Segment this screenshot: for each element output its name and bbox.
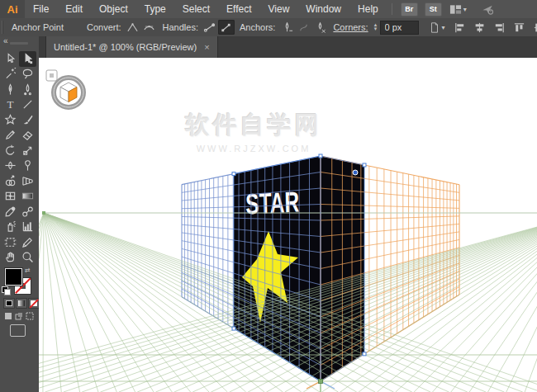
- document-setup-button[interactable]: ▾: [429, 20, 445, 35]
- tool-gradient[interactable]: [19, 189, 36, 205]
- align-right-button[interactable]: [492, 20, 508, 35]
- tool-lasso[interactable]: [19, 67, 36, 83]
- tool-hand[interactable]: [2, 250, 19, 266]
- tool-pen[interactable]: [2, 82, 19, 97]
- tool-eraser[interactable]: [19, 128, 36, 144]
- anchor-curve-button[interactable]: [295, 20, 311, 35]
- chevron-down-icon: ▾: [463, 6, 467, 13]
- left-vanishing-point[interactable]: [42, 211, 45, 215]
- tool-zoom[interactable]: [19, 250, 36, 266]
- active-plane-cube[interactable]: [60, 83, 77, 102]
- panel-grip[interactable]: [2, 21, 3, 34]
- tool-artboard[interactable]: [2, 234, 19, 250]
- document-tab[interactable]: Untitled-1* @ 100% (RGB/Preview) ×: [45, 36, 218, 58]
- tool-scale[interactable]: [19, 143, 36, 158]
- collapse-panel-button[interactable]: «: [3, 36, 7, 45]
- align-left-button[interactable]: [452, 20, 468, 35]
- tool-shaper[interactable]: [2, 128, 19, 144]
- menu-item-edit[interactable]: Edit: [57, 0, 91, 18]
- grid-line: [44, 213, 61, 392]
- tool-shape-builder[interactable]: [2, 173, 19, 189]
- corners-stepper[interactable]: ▲▼: [373, 23, 378, 31]
- ground-origin-handle[interactable]: [319, 380, 323, 384]
- tool-star[interactable]: [2, 112, 19, 128]
- illustrator-window: Ai FileEditObjectTypeSelectEffectViewWin…: [0, 0, 537, 392]
- menu-item-view[interactable]: View: [260, 0, 298, 18]
- tool-symbol-sprayer[interactable]: [2, 220, 19, 235]
- tool-mesh[interactable]: [2, 189, 19, 205]
- anchor-point-handle[interactable]: [363, 352, 366, 356]
- default-fill-stroke-icon[interactable]: [2, 286, 9, 294]
- badge-st[interactable]: St: [425, 2, 442, 17]
- tool-type[interactable]: T: [2, 97, 19, 113]
- plane-switching-widget[interactable]: [45, 69, 88, 112]
- corners-link[interactable]: Corners:: [333, 22, 368, 32]
- draw-normal-button[interactable]: [3, 311, 12, 320]
- handles-show-button[interactable]: [202, 20, 218, 35]
- tool-direct-selection[interactable]: [19, 51, 36, 67]
- swap-fill-stroke-icon[interactable]: ⇄: [25, 267, 31, 274]
- tool-paintbrush[interactable]: [19, 112, 36, 128]
- tools-panel: « T ⇄: [0, 36, 40, 392]
- tool-perspective-grid[interactable]: [19, 173, 36, 189]
- smart-guide-dot: [353, 170, 358, 175]
- handles-hide-button[interactable]: [218, 20, 235, 35]
- anchor-point-handle[interactable]: [232, 172, 235, 176]
- tool-rotate[interactable]: [2, 143, 19, 158]
- align-v-center-button[interactable]: [531, 20, 537, 35]
- workspace-switcher-icon[interactable]: ▾: [449, 3, 467, 16]
- anchor-point-handle[interactable]: [363, 163, 366, 167]
- tool-width[interactable]: [2, 158, 19, 174]
- menu-item-type[interactable]: Type: [136, 0, 174, 18]
- anchor-cut-button[interactable]: [311, 20, 328, 35]
- draw-inside-button[interactable]: [25, 311, 34, 320]
- align-top-button[interactable]: [511, 20, 528, 35]
- menu-items: FileEditObjectTypeSelectEffectViewWindow…: [25, 0, 387, 18]
- badge-br[interactable]: Br: [401, 2, 418, 17]
- document-tab-bar: Untitled-1* @ 100% (RGB/Preview) ×: [39, 36, 537, 58]
- menu-badges: BrSt: [397, 2, 445, 17]
- tool-list: T: [2, 51, 38, 265]
- convert-buttons: [125, 20, 158, 35]
- perspective-scene[interactable]: STAR: [39, 58, 537, 392]
- corners-input[interactable]: [380, 21, 419, 35]
- panel-drag-handle[interactable]: [10, 42, 28, 45]
- tool-slice[interactable]: [19, 234, 36, 250]
- menu-item-select[interactable]: Select: [174, 0, 218, 18]
- app-logo[interactable]: Ai: [0, 0, 25, 18]
- fill-swatch-black[interactable]: [5, 268, 22, 286]
- svg-text:T: T: [7, 98, 13, 111]
- convert-corner-button[interactable]: [125, 20, 141, 35]
- color-mode-button[interactable]: [3, 298, 15, 309]
- tool-magic-wand[interactable]: [2, 67, 19, 83]
- grid-line: [44, 213, 191, 392]
- align-h-center-button[interactable]: [472, 20, 488, 35]
- close-tab-icon[interactable]: ×: [204, 42, 209, 52]
- none-mode-button[interactable]: [28, 298, 40, 309]
- fill-stroke-widget: ⇄: [3, 268, 36, 296]
- tool-line-segment[interactable]: [19, 97, 36, 113]
- menu-item-window[interactable]: Window: [297, 0, 349, 18]
- gradient-mode-button[interactable]: [16, 298, 27, 309]
- anchors-label: Anchors:: [240, 22, 275, 32]
- tool-column-graph[interactable]: [19, 220, 36, 235]
- tool-free-transform[interactable]: [19, 158, 36, 174]
- tool-blend[interactable]: [19, 204, 36, 220]
- anchors-buttons: [278, 20, 328, 35]
- tool-eyedropper[interactable]: [2, 204, 19, 220]
- menu-item-object[interactable]: Object: [91, 0, 136, 18]
- convert-smooth-button[interactable]: [141, 20, 158, 35]
- screen-mode-button[interactable]: [10, 324, 26, 337]
- tool-selection[interactable]: [2, 51, 19, 67]
- menu-item-help[interactable]: Help: [349, 0, 387, 18]
- artboard-canvas[interactable]: 软件自学网 WWW.RJZXW.COM STAR: [39, 58, 537, 392]
- anchor-point-handle[interactable]: [319, 154, 322, 158]
- menu-item-effect[interactable]: Effect: [218, 0, 259, 18]
- tool-curvature[interactable]: [19, 82, 36, 97]
- draw-behind-button[interactable]: [14, 311, 23, 320]
- anchor-point-handle[interactable]: [232, 327, 235, 330]
- share-icon[interactable]: [481, 3, 494, 15]
- anchor-pen-button[interactable]: [278, 20, 295, 35]
- menu-item-file[interactable]: File: [25, 0, 57, 18]
- grid-line: [43, 213, 44, 392]
